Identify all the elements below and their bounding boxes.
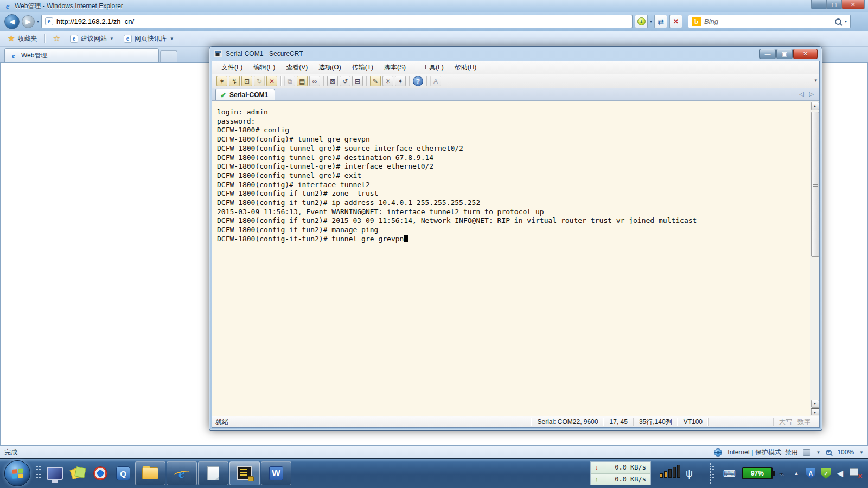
status-cursor-position: 17, 45 [604,418,633,426]
connect-icon[interactable]: ✶ [216,76,227,86]
disconnect-icon[interactable]: ✕ [266,76,277,86]
show-hidden-icons-button[interactable]: ▲ [794,471,799,476]
keymap-icon[interactable]: ✳ [382,76,393,86]
key-agent-icon[interactable]: ✦ [395,76,406,86]
ie-titlebar[interactable]: e Web管理 - Windows Internet Explorer — ▢ … [0,0,868,12]
tab-scroll-right-icon[interactable]: ▷ [809,91,814,98]
scrt-restore-button[interactable]: ▣ [776,49,793,59]
menu-transfer[interactable]: 传输(T) [347,61,378,74]
status-emulation: VT100 [678,418,708,426]
zoom-icon[interactable] [826,450,832,455]
refresh-button[interactable]: ⇄ [654,15,667,28]
forward-button[interactable]: ▶ [22,15,35,28]
session-tab-serial-com1[interactable]: ✔ Serial-COM1 [215,89,275,100]
taskbar-word[interactable]: W [261,461,291,485]
ie-close-button[interactable]: ✕ [841,0,865,9]
terminal-prompt-line: DCFW-1800(config-if-tun2)# tunnel gre gr… [217,235,810,244]
search-placeholder[interactable]: Bing [704,17,832,25]
taskbar-remote-desktop[interactable] [44,461,66,485]
history-dropdown-icon[interactable]: ▾ [37,19,39,24]
taskbar-vmware[interactable]: Q [112,461,134,485]
tab-scroll-left-icon[interactable]: ◁ [799,91,803,98]
taskbar-explorer[interactable] [135,461,165,485]
favorites-button[interactable]: ★ 收藏夹 [5,32,39,45]
start-button[interactable] [4,460,30,486]
search-dropdown-icon[interactable]: ▾ [845,19,847,24]
security-shield-icon[interactable]: ✓ [821,468,831,479]
url-field[interactable]: e http://192.168.2.1/zh_cn/ [41,15,633,28]
theme-icon[interactable]: A [430,76,441,86]
connect-in-tab-icon[interactable]: ⊡ [241,76,252,86]
clear-screen-icon[interactable]: ⊠ [327,76,338,86]
antivirus-shield-icon[interactable]: A [806,468,815,479]
terminal-line: DCFW-1800(config-tunnel-gre)# source int… [217,144,810,153]
volume-icon[interactable]: ◀ [837,468,843,478]
menu-view[interactable]: 查看(V) [281,61,312,74]
smartscreen-dropdown-icon[interactable]: ▼ [816,450,820,455]
scroll-up-icon[interactable]: ▲ [811,102,819,110]
menu-edit[interactable]: 编辑(E) [248,61,280,74]
signal-strength-icon[interactable] [660,465,680,478]
taskbar-internet-explorer[interactable]: e [167,461,197,485]
web-slices-button[interactable]: e 网页快讯库 ▼ [122,33,176,45]
network-status-icon[interactable] [850,468,860,478]
keyboard-icon[interactable]: ⌨ [723,468,736,479]
securecrt-titlebar[interactable]: Serial-COM1 - SecureCRT — ▣ ✕ [209,47,822,61]
ie-minimize-button[interactable]: — [811,0,827,9]
menu-tools[interactable]: 工具(L) [418,61,449,74]
wireless-antenna-icon[interactable]: ψ [686,468,693,479]
tab-web-admin[interactable]: e Web管理 [4,48,159,62]
toolbar-overflow-icon[interactable]: ▾ [814,78,817,83]
quick-connect-icon[interactable]: ↯ [229,76,240,86]
copy-icon[interactable]: ⧉ [284,76,295,86]
reset-terminal-icon[interactable]: ↺ [340,76,350,86]
print-icon[interactable]: ⊟ [352,76,363,86]
taskbar-securecrt[interactable] [229,461,260,485]
paste-icon[interactable]: ▤ [297,76,308,86]
help-icon[interactable]: ? [413,76,423,86]
scroll-to-bottom-icon[interactable]: ▼ [811,408,819,415]
terminal-screen[interactable]: login: admin password: DCFW-1800# config… [212,101,810,416]
terminal-scrollbar[interactable]: ▲ ▼ ▼ [810,101,819,416]
menu-file[interactable]: 文件(F) [216,61,247,74]
stop-button[interactable]: ✕ [669,15,682,28]
taskbar-notepad[interactable] [198,461,228,485]
taskbar-media-player[interactable] [90,461,111,485]
reconnect-icon[interactable]: ↻ [254,76,265,86]
toolbar-separator [409,76,410,86]
network-speed-widget[interactable]: ↓0.0 KB/s ↑0.0 KB/s [590,461,651,485]
new-tab-button[interactable] [160,50,177,62]
remote-desktop-icon [47,467,63,480]
taskbar-sticky-notes[interactable] [67,461,88,485]
suggested-sites-button[interactable]: e 建议网站 ▼ [68,33,116,45]
compatibility-view-button[interactable]: + [635,15,648,28]
scroll-down-icon[interactable]: ▼ [811,400,819,408]
battery-indicator[interactable]: 97% [742,467,773,479]
address-dropdown-icon[interactable]: ▾ [650,19,652,24]
terminal-line: DCFW-1800(config-if-tun2)# manage ping [217,226,810,235]
search-input[interactable]: b Bing ▾ [688,15,851,28]
scrt-close-button[interactable]: ✕ [793,49,818,59]
menu-script[interactable]: 脚本(S) [379,61,411,74]
word-icon: W [269,466,283,480]
compatibility-icon: + [637,17,646,25]
search-icon[interactable] [835,18,841,25]
internet-zone-icon [714,448,722,457]
zoom-level[interactable]: 100% [837,448,854,456]
tray-grip[interactable] [709,463,714,484]
url-text[interactable]: http://192.168.2.1/zh_cn/ [56,17,134,25]
scrollbar-track[interactable] [811,111,819,399]
smartscreen-icon[interactable] [803,449,810,456]
menu-options[interactable]: 选项(O) [314,61,346,74]
scrt-minimize-button[interactable]: — [760,49,776,59]
session-options-icon[interactable]: ✎ [370,76,381,86]
ie-maximize-button[interactable]: ▢ [826,0,842,9]
menu-help[interactable]: 帮助(H) [450,61,482,74]
find-icon[interactable]: ∞ [309,76,320,86]
scrollbar-thumb[interactable] [811,112,819,257]
back-button[interactable]: ◀ [4,14,20,29]
zoom-dropdown-icon[interactable]: ▼ [859,450,864,455]
securecrt-menubar: 文件(F) 编辑(E) 查看(V) 选项(O) 传输(T) 脚本(S) 工具(L… [212,61,819,74]
add-favorites-button[interactable]: ☆ [50,32,62,45]
taskbar-grip[interactable] [36,463,41,484]
